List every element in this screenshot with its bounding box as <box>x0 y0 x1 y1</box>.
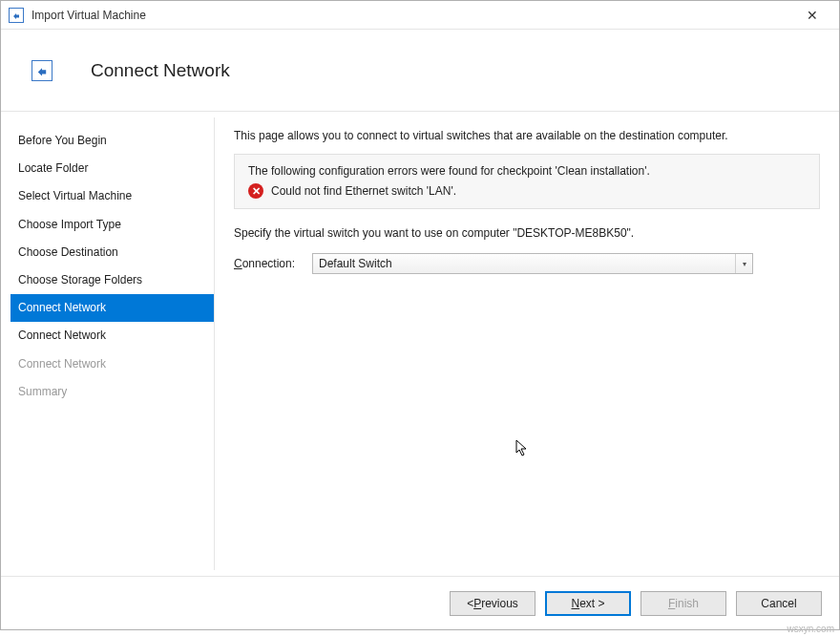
error-line: ✕ Could not find Ethernet switch 'LAN'. <box>248 183 806 199</box>
error-box: The following configuration errors were … <box>234 154 820 209</box>
wizard-header: Connect Network <box>1 30 839 112</box>
watermark: wsxyn.com <box>788 624 834 634</box>
specify-text: Specify the virtual switch you want to u… <box>234 226 820 240</box>
connection-value: Default Switch <box>319 257 392 270</box>
step-before-you-begin[interactable]: Before You Begin <box>10 127 214 155</box>
wizard-steps-sidebar: Before You Begin Locate Folder Select Vi… <box>10 117 215 570</box>
connection-label: Connection: <box>234 257 304 270</box>
step-connect-network-3: Connect Network <box>10 350 214 378</box>
titlebar: Import Virtual Machine ✕ <box>1 1 839 30</box>
wizard-main-panel: This page allows you to connect to virtu… <box>215 112 839 576</box>
page-title: Connect Network <box>91 60 230 81</box>
step-choose-storage-folders[interactable]: Choose Storage Folders <box>10 266 214 294</box>
connection-row: Connection: Default Switch ▾ <box>234 253 820 274</box>
connection-dropdown[interactable]: Default Switch ▾ <box>312 253 753 274</box>
error-heading: The following configuration errors were … <box>248 164 806 178</box>
cancel-button[interactable]: Cancel <box>736 591 822 616</box>
error-icon: ✕ <box>248 183 263 199</box>
step-connect-network-1[interactable]: Connect Network <box>10 294 214 322</box>
app-icon <box>9 8 24 23</box>
step-connect-network-2[interactable]: Connect Network <box>10 322 214 350</box>
error-message: Could not find Ethernet switch 'LAN'. <box>271 184 456 198</box>
step-choose-import-type[interactable]: Choose Import Type <box>10 211 214 239</box>
chevron-down-icon: ▾ <box>735 254 752 273</box>
step-locate-folder[interactable]: Locate Folder <box>10 155 214 182</box>
previous-button[interactable]: < Previous <box>450 591 536 616</box>
step-choose-destination[interactable]: Choose Destination <box>10 239 214 266</box>
close-icon[interactable]: ✕ <box>793 1 831 29</box>
header-icon <box>32 60 52 81</box>
step-summary: Summary <box>10 378 214 406</box>
wizard-window: Import Virtual Machine ✕ Connect Network… <box>0 0 840 630</box>
intro-text: This page allows you to connect to virtu… <box>234 127 820 144</box>
wizard-body: Before You Begin Locate Folder Select Vi… <box>1 112 839 576</box>
finish-button: Finish <box>640 591 726 616</box>
step-select-virtual-machine[interactable]: Select Virtual Machine <box>10 182 214 210</box>
wizard-footer: < Previous Next > Finish Cancel <box>1 576 839 629</box>
next-button[interactable]: Next > <box>545 591 631 616</box>
window-title: Import Virtual Machine <box>32 9 793 22</box>
